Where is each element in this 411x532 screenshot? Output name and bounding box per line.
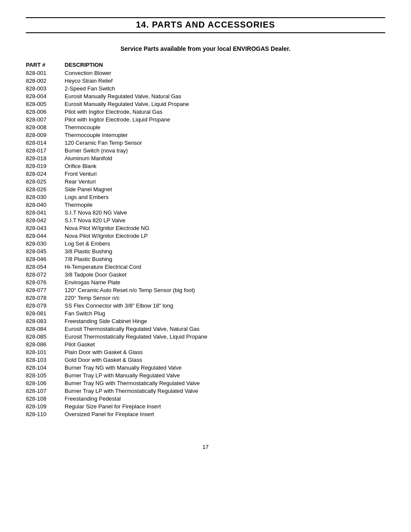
table-row: 828-079SS Flex Connector with 3/8" Elbow… xyxy=(26,302,385,309)
table-row: 828-030Log Set & Embers xyxy=(26,240,385,247)
part-number-cell: 828-081 xyxy=(26,309,65,317)
part-description-cell: S.I.T Nova 820 NG Valve xyxy=(65,208,385,216)
part-number-cell: 828-108 xyxy=(26,395,65,402)
part-number-cell: 828-077 xyxy=(26,286,65,294)
part-description-cell: Log Set & Embers xyxy=(65,240,385,247)
part-number-cell: 828-104 xyxy=(26,364,65,371)
table-row: 828-081Fan Switch Plug xyxy=(26,309,385,317)
table-row: 828-086Pilot Gasket xyxy=(26,340,385,348)
table-row: 828-110Oversized Panel for Fireplace Ins… xyxy=(26,410,385,418)
table-row: 828-083Freestanding Side Cabinet Hinge xyxy=(26,317,385,325)
part-number-cell: 828-030 xyxy=(26,240,65,247)
part-number-cell: 828-001 xyxy=(26,69,65,77)
table-row: 828-0453/8 Plastic Bushing xyxy=(26,247,385,255)
table-row: 828-002Heyco Strain Relief xyxy=(26,77,385,84)
table-row: 828-014120 Ceramic Fan Temp Sensor xyxy=(26,139,385,146)
part-number-cell: 828-078 xyxy=(26,294,65,302)
table-row: 828-007Pilot with Ingitor Electrode, Liq… xyxy=(26,115,385,123)
part-description-cell: Thermocouple xyxy=(65,123,385,131)
part-number-cell: 828-025 xyxy=(26,177,65,185)
part-number-cell: 828-044 xyxy=(26,232,65,240)
part-number-cell: 828-043 xyxy=(26,224,65,232)
part-description-cell: Eurosit Manually Regulated Valve, Liquid… xyxy=(65,100,385,108)
table-row: 828-085Eurosit Thermostatically Regulate… xyxy=(26,333,385,340)
part-description-cell: Thermocouple Interrupter xyxy=(65,131,385,139)
table-row: 828-103Gold Door with Gasket & Glass xyxy=(26,356,385,364)
table-row: 828-101Plain Door with Gasket & Glass xyxy=(26,348,385,356)
page-title: 14. PARTS AND ACCESSORIES xyxy=(26,20,385,30)
header-description: DESCRIPTION xyxy=(65,61,385,69)
part-number-cell: 828-014 xyxy=(26,139,65,146)
part-number-cell: 828-076 xyxy=(26,278,65,286)
part-description-cell: Rear Venturi xyxy=(65,177,385,185)
part-description-cell: 120° Ceramic Auto Reset n/o Temp Sensor … xyxy=(65,286,385,294)
table-row: 828-107Burner Tray LP with Thermostatica… xyxy=(26,387,385,395)
table-row: 828-008Thermocouple xyxy=(26,123,385,131)
table-row: 828-076Envirogas Name Plate xyxy=(26,278,385,286)
table-row: 828-042S.I.T Nova 820 LP Valve xyxy=(26,216,385,224)
part-number-cell: 828-084 xyxy=(26,325,65,333)
part-number-cell: 828-008 xyxy=(26,123,65,131)
part-description-cell: Burner Tray LP with Manually Regulated V… xyxy=(65,371,385,379)
parts-table: PART # DESCRIPTION 828-001Convection Blo… xyxy=(26,61,385,418)
part-number-cell: 828-105 xyxy=(26,371,65,379)
part-description-cell: Pilot Gasket xyxy=(65,340,385,348)
part-description-cell: Pilot with Ingitor Electrode, Natural Ga… xyxy=(65,108,385,115)
part-number-cell: 828-018 xyxy=(26,154,65,162)
part-description-cell: Thermopile xyxy=(65,201,385,208)
table-row: 828-043Nova Pilot W/Ignitor Electrode NG xyxy=(26,224,385,232)
part-description-cell: Burner Tray NG with Manually Regulated V… xyxy=(65,364,385,371)
part-number-cell: 828-072 xyxy=(26,271,65,278)
part-description-cell: Eurosit Thermostatically Regulated Valve… xyxy=(65,325,385,333)
part-description-cell: Burner Tray LP with Thermostatically Reg… xyxy=(65,387,385,395)
part-description-cell: Burner Switch (nova tray) xyxy=(65,146,385,154)
part-number-cell: 828-101 xyxy=(26,348,65,356)
part-number-cell: 828-002 xyxy=(26,77,65,84)
part-number-cell: 828-003 xyxy=(26,84,65,92)
table-row: 828-106Burner Tray NG with Thermostatica… xyxy=(26,379,385,387)
part-description-cell: Aluminum Manifold xyxy=(65,154,385,162)
part-number-cell: 828-019 xyxy=(26,162,65,170)
part-description-cell: Eurosit Thermostatically Regulated Valve… xyxy=(65,333,385,340)
part-description-cell: Freestanding Pedestal xyxy=(65,395,385,402)
part-description-cell: Front Venturi xyxy=(65,170,385,177)
part-description-cell: Pilot with Ingitor Electrode, Liquid Pro… xyxy=(65,115,385,123)
part-description-cell: 7/8 Plastic Bushing xyxy=(65,255,385,263)
table-row: 828-030Logs and Embers xyxy=(26,193,385,201)
part-description-cell: Oversized Panel for Fireplace Insert xyxy=(65,410,385,418)
part-number-cell: 828-006 xyxy=(26,108,65,115)
part-description-cell: 220° Temp Sensor n/c xyxy=(65,294,385,302)
part-number-cell: 828-042 xyxy=(26,216,65,224)
table-row: 828-019Orifice Blank xyxy=(26,162,385,170)
part-description-cell: Regular Size Panel for Fireplace Insert xyxy=(65,402,385,410)
header-part-num: PART # xyxy=(26,61,65,69)
part-description-cell: Hi-Temperature Electrical Cord xyxy=(65,263,385,271)
part-number-cell: 828-110 xyxy=(26,410,65,418)
table-row: 828-018Aluminum Manifold xyxy=(26,154,385,162)
table-row: 828-005Eurosit Manually Regulated Valve,… xyxy=(26,100,385,108)
part-description-cell: Eurosit Manually Regulated Valve, Natura… xyxy=(65,92,385,100)
part-description-cell: SS Flex Connector with 3/8" Elbow 18" lo… xyxy=(65,302,385,309)
table-row: 828-109Regular Size Panel for Fireplace … xyxy=(26,402,385,410)
part-description-cell: Fan Switch Plug xyxy=(65,309,385,317)
title-border-bottom xyxy=(26,32,385,33)
part-number-cell: 828-079 xyxy=(26,302,65,309)
part-number-cell: 828-024 xyxy=(26,170,65,177)
part-description-cell: Plain Door with Gasket & Glass xyxy=(65,348,385,356)
part-description-cell: 3/8 Plastic Bushing xyxy=(65,247,385,255)
part-number-cell: 828-109 xyxy=(26,402,65,410)
part-number-cell: 828-045 xyxy=(26,247,65,255)
part-number-cell: 828-107 xyxy=(26,387,65,395)
part-number-cell: 828-083 xyxy=(26,317,65,325)
part-description-cell: 3/8 Tadpole Door Gasket xyxy=(65,271,385,278)
part-number-cell: 828-040 xyxy=(26,201,65,208)
part-description-cell: S.I.T Nova 820 LP Valve xyxy=(65,216,385,224)
part-description-cell: Convection Blower xyxy=(65,69,385,77)
part-number-cell: 828-004 xyxy=(26,92,65,100)
table-row: 828-078220° Temp Sensor n/c xyxy=(26,294,385,302)
part-number-cell: 828-026 xyxy=(26,185,65,193)
table-row: 828-025Rear Venturi xyxy=(26,177,385,185)
part-description-cell: 2-Speed Fan Switch xyxy=(65,84,385,92)
part-number-cell: 828-009 xyxy=(26,131,65,139)
part-number-cell: 828-085 xyxy=(26,333,65,340)
